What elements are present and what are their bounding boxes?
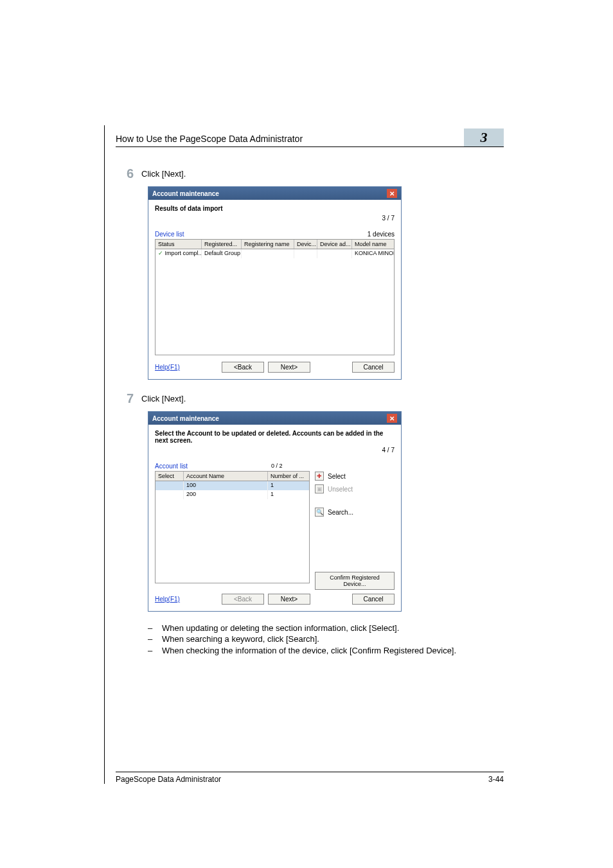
col-select[interactable]: Select (155, 472, 184, 481)
dialog6-title: Account maintenance (152, 190, 219, 197)
step-6-text: Click [Next]. (141, 166, 504, 181)
device-grid: Status Registered... Registering name De… (155, 239, 395, 355)
col-number[interactable]: Number of ... (268, 472, 309, 481)
unselect-button: ▣ Unselect (315, 484, 395, 493)
device-count: 1 devices (368, 231, 395, 238)
device-list-label: Device list (155, 231, 184, 238)
note-3: When checking the information of the dev… (162, 646, 504, 656)
back-button[interactable]: <Back (222, 362, 264, 373)
dialog7-title: Account maintenance (152, 415, 219, 422)
next-button[interactable]: Next> (268, 594, 310, 605)
back-button: <Back (222, 594, 264, 605)
select-button[interactable]: ✚ Select (315, 472, 395, 481)
confirm-registered-device-button[interactable]: Confirm Registered Device... (315, 572, 395, 590)
table-row[interactable]: ✓ Import compl... Default Group KONICA M… (155, 249, 394, 258)
dialog-step7: Account maintenance ✕ Select the Account… (148, 411, 402, 612)
close-icon[interactable]: ✕ (387, 189, 397, 198)
dialog6-heading: Results of data import (155, 205, 395, 212)
account-list-label: Account list (155, 463, 310, 470)
step-7-number: 7 (116, 391, 141, 406)
dialog7-page-counter: 4 / 7 (155, 447, 395, 454)
dialog7-heading: Select the Account to be updated or dele… (155, 430, 395, 444)
footer-left: PageScope Data Administrator (116, 775, 221, 784)
check-icon: ✓ (158, 250, 163, 256)
help-link[interactable]: Help(F1) (155, 596, 180, 603)
help-link[interactable]: Help(F1) (155, 364, 180, 371)
step-6-number: 6 (116, 166, 141, 181)
note-2: When searching a keyword, click [Search]… (162, 634, 504, 644)
note-1: When updating or deleting the section in… (162, 623, 504, 633)
cancel-button[interactable]: Cancel (352, 594, 395, 605)
account-count: 0 / 2 (271, 463, 284, 469)
plus-icon: ✚ (315, 472, 324, 481)
col-status[interactable]: Status (155, 240, 202, 249)
col-registering[interactable]: Registering name (242, 240, 294, 249)
next-button[interactable]: Next> (268, 362, 310, 373)
chapter-badge: 3 (464, 128, 504, 146)
search-button[interactable]: 🔍 Search... (315, 508, 395, 517)
step-7-text: Click [Next]. (141, 391, 504, 406)
dialog-step6: Account maintenance ✕ Results of data im… (148, 186, 402, 380)
close-icon[interactable]: ✕ (387, 414, 397, 423)
notes-list: –When updating or deleting the section i… (148, 623, 504, 656)
dialog6-page-counter: 3 / 7 (155, 215, 395, 222)
footer-right: 3-44 (488, 775, 504, 784)
table-row[interactable]: 200 1 (155, 490, 309, 499)
search-icon: 🔍 (315, 508, 324, 517)
account-grid: 0 / 2 Select Account Name Number of ... … (155, 471, 310, 583)
unselect-icon: ▣ (315, 484, 324, 493)
col-registered[interactable]: Registered... (202, 240, 242, 249)
col-account-name[interactable]: Account Name (184, 472, 268, 481)
col-model[interactable]: Model name (352, 240, 394, 249)
cancel-button[interactable]: Cancel (352, 362, 395, 373)
col-devic[interactable]: Devic... (294, 240, 317, 249)
col-device-ad[interactable]: Device ad... (317, 240, 352, 249)
header-title: How to Use the PageScope Data Administra… (116, 134, 458, 144)
table-row[interactable]: 100 1 (155, 481, 309, 490)
